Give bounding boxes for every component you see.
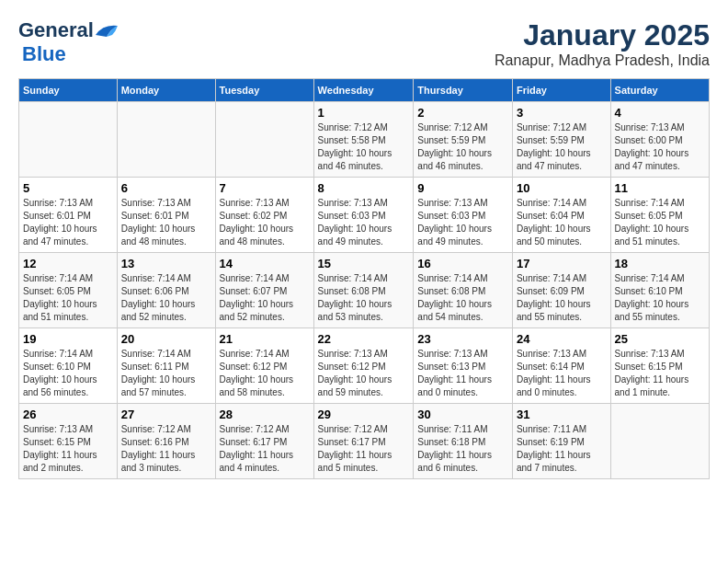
logo-blue: Blue	[22, 42, 66, 66]
header-monday: Monday	[117, 79, 215, 102]
calendar-cell: 21Sunrise: 7:14 AM Sunset: 6:12 PM Dayli…	[215, 328, 313, 404]
day-number: 23	[417, 332, 508, 346]
calendar-cell: 27Sunrise: 7:12 AM Sunset: 6:16 PM Dayli…	[117, 404, 215, 479]
calendar-cell: 30Sunrise: 7:11 AM Sunset: 6:18 PM Dayli…	[414, 404, 513, 479]
calendar-cell: 6Sunrise: 7:13 AM Sunset: 6:01 PM Daylig…	[117, 178, 215, 253]
day-info: Sunrise: 7:14 AM Sunset: 6:08 PM Dayligh…	[417, 272, 508, 324]
day-info: Sunrise: 7:12 AM Sunset: 5:59 PM Dayligh…	[517, 121, 607, 173]
calendar-week-1: 1Sunrise: 7:12 AM Sunset: 5:58 PM Daylig…	[19, 102, 710, 178]
day-info: Sunrise: 7:13 AM Sunset: 6:03 PM Dayligh…	[417, 197, 508, 248]
day-number: 13	[121, 257, 211, 270]
calendar-cell: 18Sunrise: 7:14 AM Sunset: 6:10 PM Dayli…	[610, 253, 709, 328]
calendar-cell: 7Sunrise: 7:13 AM Sunset: 6:02 PM Daylig…	[215, 178, 313, 253]
day-info: Sunrise: 7:13 AM Sunset: 6:14 PM Dayligh…	[517, 348, 607, 399]
day-number: 6	[121, 181, 211, 195]
day-info: Sunrise: 7:13 AM Sunset: 6:01 PM Dayligh…	[121, 197, 211, 248]
calendar-cell: 16Sunrise: 7:14 AM Sunset: 6:08 PM Dayli…	[414, 253, 513, 328]
day-info: Sunrise: 7:12 AM Sunset: 6:17 PM Dayligh…	[220, 423, 310, 475]
calendar-cell: 3Sunrise: 7:12 AM Sunset: 5:59 PM Daylig…	[512, 102, 610, 178]
calendar-cell: 29Sunrise: 7:12 AM Sunset: 6:17 PM Dayli…	[313, 404, 414, 479]
day-number: 17	[517, 257, 607, 270]
calendar-cell: 2Sunrise: 7:12 AM Sunset: 5:59 PM Daylig…	[414, 102, 513, 178]
day-number: 24	[517, 332, 607, 346]
day-info: Sunrise: 7:14 AM Sunset: 6:10 PM Dayligh…	[23, 348, 113, 399]
calendar-subtitle: Ranapur, Madhya Pradesh, India	[495, 52, 710, 69]
calendar-cell: 14Sunrise: 7:14 AM Sunset: 6:07 PM Dayli…	[215, 253, 313, 328]
day-number: 14	[220, 257, 310, 270]
calendar-cell: 11Sunrise: 7:14 AM Sunset: 6:05 PM Dayli…	[610, 178, 709, 253]
header-sunday: Sunday	[19, 79, 118, 102]
calendar-cell: 17Sunrise: 7:14 AM Sunset: 6:09 PM Dayli…	[512, 253, 610, 328]
day-number: 12	[23, 257, 113, 270]
day-info: Sunrise: 7:14 AM Sunset: 6:08 PM Dayligh…	[318, 272, 410, 324]
calendar-cell: 13Sunrise: 7:14 AM Sunset: 6:06 PM Dayli…	[117, 253, 215, 328]
day-info: Sunrise: 7:13 AM Sunset: 6:02 PM Dayligh…	[220, 197, 310, 248]
calendar-cell: 31Sunrise: 7:11 AM Sunset: 6:19 PM Dayli…	[512, 404, 610, 479]
calendar-week-4: 19Sunrise: 7:14 AM Sunset: 6:10 PM Dayli…	[19, 328, 710, 404]
calendar-cell: 22Sunrise: 7:13 AM Sunset: 6:12 PM Dayli…	[313, 328, 414, 404]
day-number: 31	[517, 408, 607, 421]
day-info: Sunrise: 7:14 AM Sunset: 6:12 PM Dayligh…	[220, 348, 310, 399]
header-wednesday: Wednesday	[313, 79, 414, 102]
calendar-cell: 5Sunrise: 7:13 AM Sunset: 6:01 PM Daylig…	[19, 178, 118, 253]
day-info: Sunrise: 7:12 AM Sunset: 5:59 PM Dayligh…	[417, 121, 508, 173]
day-number: 18	[615, 257, 705, 270]
calendar-cell: 24Sunrise: 7:13 AM Sunset: 6:14 PM Dayli…	[512, 328, 610, 404]
calendar-title: January 2025	[495, 18, 710, 52]
day-number: 29	[318, 408, 410, 421]
day-info: Sunrise: 7:14 AM Sunset: 6:10 PM Dayligh…	[615, 272, 705, 324]
header-friday: Friday	[512, 79, 610, 102]
calendar-cell: 20Sunrise: 7:14 AM Sunset: 6:11 PM Dayli…	[117, 328, 215, 404]
calendar-header-row: SundayMondayTuesdayWednesdayThursdayFrid…	[19, 79, 710, 102]
day-number: 19	[23, 332, 113, 346]
calendar-cell: 10Sunrise: 7:14 AM Sunset: 6:04 PM Dayli…	[512, 178, 610, 253]
calendar-cell: 23Sunrise: 7:13 AM Sunset: 6:13 PM Dayli…	[414, 328, 513, 404]
day-info: Sunrise: 7:13 AM Sunset: 6:15 PM Dayligh…	[23, 423, 113, 475]
logo: General Blue	[18, 18, 119, 66]
header-saturday: Saturday	[610, 79, 709, 102]
day-number: 3	[517, 106, 607, 120]
day-info: Sunrise: 7:14 AM Sunset: 6:07 PM Dayligh…	[220, 272, 310, 324]
calendar-cell: 15Sunrise: 7:14 AM Sunset: 6:08 PM Dayli…	[313, 253, 414, 328]
calendar-table: SundayMondayTuesdayWednesdayThursdayFrid…	[18, 78, 710, 479]
header-tuesday: Tuesday	[215, 79, 313, 102]
day-number: 4	[615, 106, 705, 120]
day-number: 22	[318, 332, 410, 346]
day-info: Sunrise: 7:13 AM Sunset: 6:03 PM Dayligh…	[318, 197, 410, 248]
logo-general: General	[18, 18, 94, 42]
calendar-week-3: 12Sunrise: 7:14 AM Sunset: 6:05 PM Dayli…	[19, 253, 710, 328]
calendar-week-5: 26Sunrise: 7:13 AM Sunset: 6:15 PM Dayli…	[19, 404, 710, 479]
header-thursday: Thursday	[414, 79, 513, 102]
day-number: 21	[220, 332, 310, 346]
calendar-cell	[610, 404, 709, 479]
day-info: Sunrise: 7:12 AM Sunset: 6:17 PM Dayligh…	[318, 423, 410, 475]
day-number: 11	[615, 181, 705, 195]
page-header: General Blue January 2025 Ranapur, Madhy…	[18, 18, 710, 69]
day-number: 25	[615, 332, 705, 346]
day-info: Sunrise: 7:14 AM Sunset: 6:04 PM Dayligh…	[517, 197, 607, 248]
day-info: Sunrise: 7:13 AM Sunset: 6:01 PM Dayligh…	[23, 197, 113, 248]
day-number: 20	[121, 332, 211, 346]
day-number: 30	[417, 408, 508, 421]
day-info: Sunrise: 7:13 AM Sunset: 6:13 PM Dayligh…	[417, 348, 508, 399]
day-number: 27	[121, 408, 211, 421]
calendar-cell	[215, 102, 313, 178]
day-number: 16	[417, 257, 508, 270]
calendar-week-2: 5Sunrise: 7:13 AM Sunset: 6:01 PM Daylig…	[19, 178, 710, 253]
calendar-cell: 12Sunrise: 7:14 AM Sunset: 6:05 PM Dayli…	[19, 253, 118, 328]
calendar-cell: 28Sunrise: 7:12 AM Sunset: 6:17 PM Dayli…	[215, 404, 313, 479]
day-info: Sunrise: 7:14 AM Sunset: 6:06 PM Dayligh…	[121, 272, 211, 324]
calendar-cell	[19, 102, 118, 178]
day-number: 9	[417, 181, 508, 195]
day-info: Sunrise: 7:14 AM Sunset: 6:05 PM Dayligh…	[615, 197, 705, 248]
day-info: Sunrise: 7:13 AM Sunset: 6:12 PM Dayligh…	[318, 348, 410, 399]
day-info: Sunrise: 7:12 AM Sunset: 6:16 PM Dayligh…	[121, 423, 211, 475]
day-number: 8	[318, 181, 410, 195]
day-info: Sunrise: 7:13 AM Sunset: 6:15 PM Dayligh…	[615, 348, 705, 399]
day-number: 28	[220, 408, 310, 421]
day-number: 10	[517, 181, 607, 195]
calendar-cell	[117, 102, 215, 178]
calendar-cell: 26Sunrise: 7:13 AM Sunset: 6:15 PM Dayli…	[19, 404, 118, 479]
day-info: Sunrise: 7:11 AM Sunset: 6:18 PM Dayligh…	[417, 423, 508, 475]
logo-wing-icon	[94, 22, 119, 39]
